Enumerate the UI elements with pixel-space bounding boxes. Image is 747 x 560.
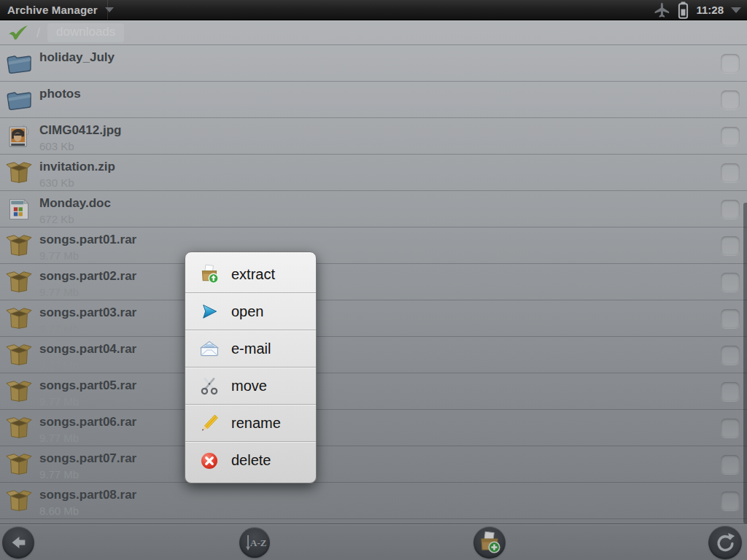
context-menu-item-label: open	[231, 303, 264, 320]
file-name: songs.part02.rar	[39, 269, 136, 284]
scissors-icon	[199, 376, 220, 396]
context-menu-item-extract[interactable]: extract	[185, 256, 316, 293]
archive-icon	[4, 487, 34, 515]
context-menu-item-open[interactable]: open	[185, 293, 316, 330]
breadcrumb-root[interactable]: /	[36, 26, 40, 41]
chevron-down-icon	[731, 7, 741, 13]
archive-icon	[4, 159, 34, 187]
file-name: CIMG0412.jpg	[39, 123, 121, 138]
archive-icon	[4, 305, 34, 332]
back-arrow-icon	[7, 532, 29, 553]
context-menu-item-delete[interactable]: delete	[185, 442, 316, 479]
context-menu-item-label: rename	[231, 415, 281, 432]
file-row[interactable]: invitation.zip 630 Kb	[0, 155, 747, 191]
file-size: 630 Kb	[39, 176, 115, 190]
file-row[interactable]: songs.part07.rar 9.77 Mb	[0, 446, 747, 483]
file-size: 9.77 Mb	[39, 467, 136, 481]
sort-button[interactable]: A-Z	[239, 527, 270, 558]
file-select-checkbox[interactable]	[721, 346, 740, 365]
mail-icon	[199, 338, 220, 359]
app-title: Archive Manager	[7, 4, 98, 16]
file-select-checkbox[interactable]	[721, 419, 740, 438]
file-select-checkbox[interactable]	[721, 491, 740, 510]
scrollbar-thumb[interactable]	[743, 203, 747, 524]
archive-icon	[4, 268, 34, 296]
context-menu-item-label: extract	[231, 266, 275, 283]
file-row[interactable]: songs.part04.rar 9.77 Mb	[0, 337, 747, 373]
file-select-checkbox[interactable]	[721, 54, 740, 73]
chevron-down-icon	[105, 7, 114, 12]
context-menu-item-label: move	[231, 378, 267, 394]
breadcrumb: / downloads	[0, 20, 747, 45]
sort-az-icon: A-Z	[243, 531, 266, 554]
archive-icon	[4, 341, 34, 369]
file-row[interactable]: songs.part05.rar 9.77 Mb	[0, 373, 747, 410]
file-size: 9.77 Mb	[39, 358, 136, 372]
context-menu-item-move[interactable]: move	[185, 368, 316, 405]
file-name: photos	[39, 87, 81, 101]
context-menu: extract open e-mail move rename delete	[185, 252, 317, 483]
context-menu-item-label: delete	[231, 452, 271, 469]
image-icon	[4, 122, 34, 150]
status-area[interactable]: 11:28	[653, 1, 747, 19]
file-name: songs.part07.rar	[39, 451, 136, 466]
open-icon	[199, 301, 220, 322]
refresh-button[interactable]	[708, 526, 742, 559]
file-row[interactable]: holiday_July	[0, 45, 747, 82]
file-size: 603 Kb	[39, 139, 121, 153]
add-archive-icon	[478, 531, 501, 554]
file-name: songs.part08.rar	[39, 488, 136, 502]
file-select-checkbox[interactable]	[721, 163, 740, 182]
file-size: 9.77 Mb	[39, 431, 136, 445]
context-menu-item-email[interactable]: e-mail	[185, 330, 316, 368]
file-row[interactable]: songs.part08.rar 8.60 Mb	[0, 483, 747, 519]
file-row[interactable]: Monday.doc 672 Kb	[0, 191, 747, 228]
top-status-bar: Archive Manager 11:28	[0, 0, 747, 20]
file-select-checkbox[interactable]	[721, 200, 740, 219]
file-name: holiday_July	[39, 50, 115, 65]
archive-icon	[4, 378, 34, 405]
file-size: 9.77 Mb	[39, 394, 136, 408]
file-select-checkbox[interactable]	[721, 455, 740, 474]
file-select-checkbox[interactable]	[721, 236, 740, 255]
file-size: 9.77 Mb	[39, 249, 136, 262]
context-menu-item-label: e-mail	[231, 341, 271, 357]
app-menu-button[interactable]: Archive Manager	[0, 0, 108, 20]
file-list: holiday_July photos CIMG0412.jpg 603 Kb …	[0, 45, 747, 524]
file-row[interactable]: songs.part02.rar 9.77 Mb	[0, 264, 747, 300]
file-name: songs.part04.rar	[39, 342, 136, 357]
file-size: 672 Kb	[39, 212, 111, 226]
file-row[interactable]: CIMG0412.jpg 603 Kb	[0, 118, 747, 155]
extract-icon	[199, 264, 220, 284]
select-check-icon[interactable]	[7, 25, 29, 41]
file-size: 9.77 Mb	[39, 285, 136, 299]
file-select-checkbox[interactable]	[721, 309, 740, 328]
clock: 11:28	[696, 4, 724, 16]
file-row[interactable]: photos	[0, 82, 747, 118]
context-menu-item-rename[interactable]: rename	[185, 405, 316, 442]
add-archive-button[interactable]	[473, 526, 506, 559]
folder-icon	[4, 50, 34, 77]
file-select-checkbox[interactable]	[721, 382, 740, 401]
file-name: songs.part05.rar	[39, 378, 136, 393]
back-button[interactable]	[2, 526, 34, 559]
file-row[interactable]: songs.part01.rar 9.77 Mb	[0, 228, 747, 264]
file-name: Monday.doc	[39, 196, 111, 211]
file-select-checkbox[interactable]	[721, 273, 740, 292]
battery-icon	[678, 1, 689, 19]
file-size: 8.60 Mb	[39, 504, 136, 518]
content-area: / downloads holiday_July photos CIMG0412…	[0, 20, 747, 524]
file-name: songs.part01.rar	[39, 233, 136, 247]
pencil-icon	[199, 413, 220, 433]
file-select-checkbox[interactable]	[721, 127, 740, 146]
file-row[interactable]: songs.part03.rar 9.77 Mb	[0, 300, 747, 337]
file-name: invitation.zip	[39, 160, 115, 174]
archive-icon	[4, 414, 34, 442]
archive-icon	[4, 451, 34, 478]
refresh-icon	[714, 532, 736, 553]
file-select-checkbox[interactable]	[721, 90, 740, 109]
svg-text:A-Z: A-Z	[250, 537, 266, 548]
breadcrumb-current-folder[interactable]: downloads	[47, 23, 124, 42]
archive-manager-screen: Archive Manager 11:28 / downloads holida…	[0, 0, 747, 560]
file-row[interactable]: songs.part06.rar 9.77 Mb	[0, 410, 747, 446]
